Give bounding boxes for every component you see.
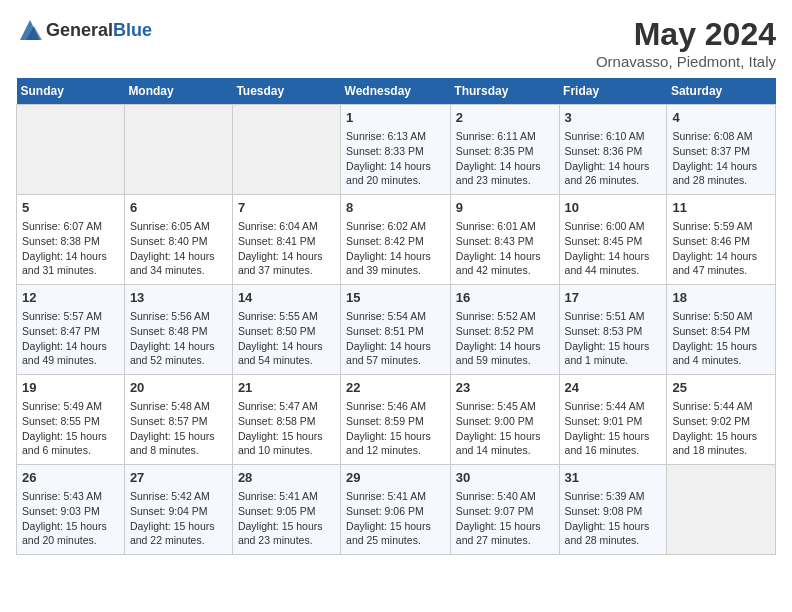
calendar-body: 1Sunrise: 6:13 AM Sunset: 8:33 PM Daylig…	[17, 105, 776, 555]
calendar-cell: 16Sunrise: 5:52 AM Sunset: 8:52 PM Dayli…	[450, 285, 559, 375]
day-info: Sunrise: 6:08 AM Sunset: 8:37 PM Dayligh…	[672, 129, 770, 188]
day-info: Sunrise: 5:50 AM Sunset: 8:54 PM Dayligh…	[672, 309, 770, 368]
calendar-cell: 30Sunrise: 5:40 AM Sunset: 9:07 PM Dayli…	[450, 465, 559, 555]
day-number: 10	[565, 199, 662, 217]
page-header: GeneralBlue May 2024 Ornavasso, Piedmont…	[16, 16, 776, 70]
calendar-cell: 8Sunrise: 6:02 AM Sunset: 8:42 PM Daylig…	[341, 195, 451, 285]
logo: GeneralBlue	[16, 16, 152, 44]
calendar-cell: 27Sunrise: 5:42 AM Sunset: 9:04 PM Dayli…	[124, 465, 232, 555]
calendar-cell: 25Sunrise: 5:44 AM Sunset: 9:02 PM Dayli…	[667, 375, 776, 465]
weekday-header: Saturday	[667, 78, 776, 105]
weekday-header: Monday	[124, 78, 232, 105]
location: Ornavasso, Piedmont, Italy	[596, 53, 776, 70]
weekday-header: Thursday	[450, 78, 559, 105]
day-number: 15	[346, 289, 445, 307]
day-info: Sunrise: 5:55 AM Sunset: 8:50 PM Dayligh…	[238, 309, 335, 368]
day-number: 17	[565, 289, 662, 307]
calendar-cell	[232, 105, 340, 195]
calendar-cell: 6Sunrise: 6:05 AM Sunset: 8:40 PM Daylig…	[124, 195, 232, 285]
day-info: Sunrise: 5:57 AM Sunset: 8:47 PM Dayligh…	[22, 309, 119, 368]
day-info: Sunrise: 5:59 AM Sunset: 8:46 PM Dayligh…	[672, 219, 770, 278]
calendar-cell: 26Sunrise: 5:43 AM Sunset: 9:03 PM Dayli…	[17, 465, 125, 555]
calendar-cell: 22Sunrise: 5:46 AM Sunset: 8:59 PM Dayli…	[341, 375, 451, 465]
day-info: Sunrise: 6:01 AM Sunset: 8:43 PM Dayligh…	[456, 219, 554, 278]
day-info: Sunrise: 6:07 AM Sunset: 8:38 PM Dayligh…	[22, 219, 119, 278]
calendar-cell	[667, 465, 776, 555]
day-info: Sunrise: 6:13 AM Sunset: 8:33 PM Dayligh…	[346, 129, 445, 188]
calendar-cell: 17Sunrise: 5:51 AM Sunset: 8:53 PM Dayli…	[559, 285, 667, 375]
day-number: 22	[346, 379, 445, 397]
day-number: 31	[565, 469, 662, 487]
day-info: Sunrise: 5:47 AM Sunset: 8:58 PM Dayligh…	[238, 399, 335, 458]
logo-text-general: General	[46, 20, 113, 40]
calendar-week-row: 26Sunrise: 5:43 AM Sunset: 9:03 PM Dayli…	[17, 465, 776, 555]
day-info: Sunrise: 5:44 AM Sunset: 9:02 PM Dayligh…	[672, 399, 770, 458]
day-number: 30	[456, 469, 554, 487]
day-number: 9	[456, 199, 554, 217]
day-number: 13	[130, 289, 227, 307]
weekday-header: Wednesday	[341, 78, 451, 105]
day-number: 1	[346, 109, 445, 127]
day-number: 11	[672, 199, 770, 217]
day-number: 27	[130, 469, 227, 487]
day-info: Sunrise: 6:00 AM Sunset: 8:45 PM Dayligh…	[565, 219, 662, 278]
calendar-cell: 21Sunrise: 5:47 AM Sunset: 8:58 PM Dayli…	[232, 375, 340, 465]
day-number: 23	[456, 379, 554, 397]
calendar-cell: 7Sunrise: 6:04 AM Sunset: 8:41 PM Daylig…	[232, 195, 340, 285]
calendar-cell: 29Sunrise: 5:41 AM Sunset: 9:06 PM Dayli…	[341, 465, 451, 555]
calendar-cell	[124, 105, 232, 195]
calendar-cell: 28Sunrise: 5:41 AM Sunset: 9:05 PM Dayli…	[232, 465, 340, 555]
calendar-cell: 9Sunrise: 6:01 AM Sunset: 8:43 PM Daylig…	[450, 195, 559, 285]
day-number: 6	[130, 199, 227, 217]
day-info: Sunrise: 5:49 AM Sunset: 8:55 PM Dayligh…	[22, 399, 119, 458]
day-number: 19	[22, 379, 119, 397]
day-number: 14	[238, 289, 335, 307]
day-number: 3	[565, 109, 662, 127]
calendar-cell: 20Sunrise: 5:48 AM Sunset: 8:57 PM Dayli…	[124, 375, 232, 465]
day-number: 8	[346, 199, 445, 217]
day-number: 20	[130, 379, 227, 397]
calendar-week-row: 12Sunrise: 5:57 AM Sunset: 8:47 PM Dayli…	[17, 285, 776, 375]
day-info: Sunrise: 5:45 AM Sunset: 9:00 PM Dayligh…	[456, 399, 554, 458]
day-info: Sunrise: 5:42 AM Sunset: 9:04 PM Dayligh…	[130, 489, 227, 548]
calendar-cell: 3Sunrise: 6:10 AM Sunset: 8:36 PM Daylig…	[559, 105, 667, 195]
day-number: 18	[672, 289, 770, 307]
calendar-cell: 1Sunrise: 6:13 AM Sunset: 8:33 PM Daylig…	[341, 105, 451, 195]
weekday-header: Friday	[559, 78, 667, 105]
day-info: Sunrise: 6:05 AM Sunset: 8:40 PM Dayligh…	[130, 219, 227, 278]
day-number: 28	[238, 469, 335, 487]
day-info: Sunrise: 5:39 AM Sunset: 9:08 PM Dayligh…	[565, 489, 662, 548]
calendar-cell: 11Sunrise: 5:59 AM Sunset: 8:46 PM Dayli…	[667, 195, 776, 285]
day-number: 2	[456, 109, 554, 127]
day-info: Sunrise: 5:51 AM Sunset: 8:53 PM Dayligh…	[565, 309, 662, 368]
day-number: 26	[22, 469, 119, 487]
calendar-cell: 2Sunrise: 6:11 AM Sunset: 8:35 PM Daylig…	[450, 105, 559, 195]
title-block: May 2024 Ornavasso, Piedmont, Italy	[596, 16, 776, 70]
calendar-cell: 18Sunrise: 5:50 AM Sunset: 8:54 PM Dayli…	[667, 285, 776, 375]
day-number: 16	[456, 289, 554, 307]
weekday-row: SundayMondayTuesdayWednesdayThursdayFrid…	[17, 78, 776, 105]
day-info: Sunrise: 6:04 AM Sunset: 8:41 PM Dayligh…	[238, 219, 335, 278]
calendar-table: SundayMondayTuesdayWednesdayThursdayFrid…	[16, 78, 776, 555]
calendar-header: SundayMondayTuesdayWednesdayThursdayFrid…	[17, 78, 776, 105]
calendar-cell: 24Sunrise: 5:44 AM Sunset: 9:01 PM Dayli…	[559, 375, 667, 465]
calendar-cell: 10Sunrise: 6:00 AM Sunset: 8:45 PM Dayli…	[559, 195, 667, 285]
day-number: 29	[346, 469, 445, 487]
day-info: Sunrise: 5:52 AM Sunset: 8:52 PM Dayligh…	[456, 309, 554, 368]
calendar-cell: 4Sunrise: 6:08 AM Sunset: 8:37 PM Daylig…	[667, 105, 776, 195]
calendar-cell: 12Sunrise: 5:57 AM Sunset: 8:47 PM Dayli…	[17, 285, 125, 375]
logo-icon	[16, 16, 44, 44]
calendar-cell	[17, 105, 125, 195]
day-info: Sunrise: 6:10 AM Sunset: 8:36 PM Dayligh…	[565, 129, 662, 188]
day-info: Sunrise: 6:11 AM Sunset: 8:35 PM Dayligh…	[456, 129, 554, 188]
day-number: 25	[672, 379, 770, 397]
calendar-cell: 13Sunrise: 5:56 AM Sunset: 8:48 PM Dayli…	[124, 285, 232, 375]
month-year: May 2024	[596, 16, 776, 53]
calendar-week-row: 5Sunrise: 6:07 AM Sunset: 8:38 PM Daylig…	[17, 195, 776, 285]
calendar-cell: 31Sunrise: 5:39 AM Sunset: 9:08 PM Dayli…	[559, 465, 667, 555]
day-info: Sunrise: 5:56 AM Sunset: 8:48 PM Dayligh…	[130, 309, 227, 368]
day-info: Sunrise: 6:02 AM Sunset: 8:42 PM Dayligh…	[346, 219, 445, 278]
day-number: 7	[238, 199, 335, 217]
day-info: Sunrise: 5:54 AM Sunset: 8:51 PM Dayligh…	[346, 309, 445, 368]
calendar-week-row: 1Sunrise: 6:13 AM Sunset: 8:33 PM Daylig…	[17, 105, 776, 195]
